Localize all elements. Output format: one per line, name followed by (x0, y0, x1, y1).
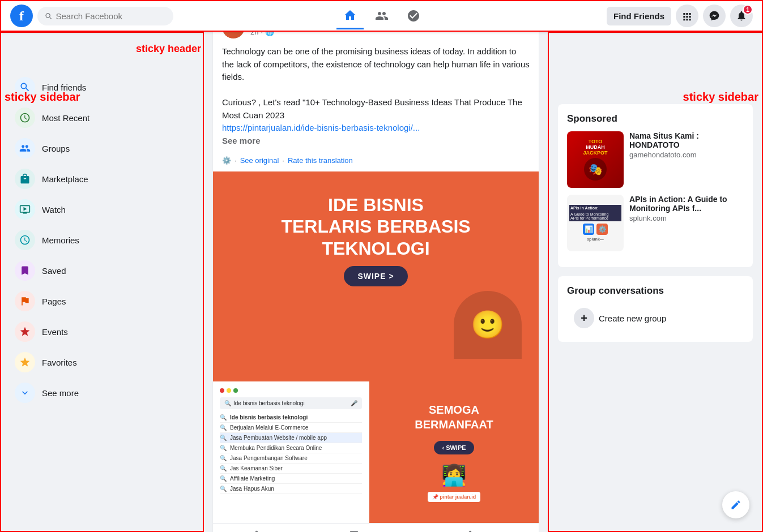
post-image-right-panel: SEMOGABERMANFAAT ‹ SWIPE 👩‍💻 📌 pintar ju… (369, 381, 539, 523)
search-sim-icon: 🔍 (224, 400, 231, 406)
ad-item-splunk[interactable]: APIs in Action: A Guide to MonitoringAPI… (567, 195, 744, 251)
sidebar-item-marketplace[interactable]: Marketplace (6, 164, 198, 194)
main-feed: PJ Pintar Jualan Online 2h · 🌐 ··· ✕ Tec (204, 0, 548, 532)
splunk-icon1: 📊 (583, 224, 594, 235)
ad-text-hondatoto: Nama Situs Kami : HONDATOTO gamehondatot… (629, 131, 744, 188)
translate-separator: · (235, 156, 237, 165)
rate-translation-link[interactable]: Rate this translation (288, 156, 353, 165)
sidebar-item-groups[interactable]: Groups (6, 134, 198, 163)
header-nav (191, 2, 572, 29)
swipe-2: ‹ SWIPE (434, 441, 474, 454)
sidebar-item-marketplace-label: Marketplace (42, 174, 88, 184)
post-footer: Like Comment Share (213, 523, 539, 532)
see-original-link[interactable]: See original (240, 156, 279, 165)
sidebar-item-favorites[interactable]: Favorites (6, 347, 198, 377)
sidebar-item-pages[interactable]: Pages (6, 286, 198, 316)
left-sidebar: Find friends Most Recent Groups Marketpl… (0, 32, 204, 532)
right-panel-emoji: 👩‍💻 (441, 464, 467, 487)
search-input[interactable] (56, 11, 167, 21)
grid-menu-button[interactable] (676, 5, 698, 27)
cartoon-figure: 🙂 (454, 291, 522, 359)
brand-badge: 📌 pintar jualan.id (428, 492, 481, 502)
sidebar-item-favorites-label: Favorites (42, 358, 77, 367)
sidebar-item-see-more[interactable]: See more (6, 378, 198, 407)
favorites-icon (15, 352, 35, 372)
post-image-orange: IDE BISNISTERLARIS BERBASISTEKNOLOGI SWI… (213, 171, 539, 381)
search-item-2: 🔍Jasa Pembuatan Website / mobile app (220, 433, 362, 443)
plus-icon: + (574, 308, 594, 328)
sidebar-item-memories-label: Memories (42, 235, 79, 245)
post-image-figure: 🙂 (230, 291, 522, 359)
sponsored-section: Sponsored TOTO MUDAH JACKPOT 🎭 Nama Situ… (558, 104, 753, 267)
comment-button[interactable]: Comment (324, 526, 428, 532)
splunk-subtitle: A Guide to MonitoringAPIs for Performanc… (569, 211, 621, 221)
sidebar-item-events-label: Events (42, 327, 68, 337)
ad-item-hondatoto[interactable]: TOTO MUDAH JACKPOT 🎭 Nama Situs Kami : H… (567, 131, 744, 188)
ad-name-splunk: APIs in Action: A Guide to Monitoring AP… (629, 195, 744, 213)
post-search-sim: 🔍 Ide bisnis berbasis teknologi 🎤 🔍Ide b… (213, 381, 369, 523)
sponsored-title: Sponsored (567, 113, 744, 125)
sidebar-item-watch-label: Watch (42, 205, 66, 214)
search-items-list: 🔍Ide bisnis berbasis teknologi🔍Berjualan… (220, 413, 362, 494)
post-text-body: Technology can be one of the promising b… (213, 45, 539, 154)
post-image-bottom-row: 🔍 Ide bisnis berbasis teknologi 🎤 🔍Ide b… (213, 381, 539, 523)
splunk-brand: splunk— (587, 237, 604, 241)
pages-icon (15, 291, 35, 311)
events-icon (15, 321, 35, 342)
sidebar-item-most-recent[interactable]: Most Recent (6, 103, 198, 132)
sidebar-item-watch[interactable]: Watch (6, 195, 198, 224)
swipe-button: SWIPE > (230, 266, 522, 286)
ad-name-hondatoto: Nama Situs Kami : HONDATOTO (629, 131, 744, 149)
search-item-7: 🔍Jasa Hapus Akun (220, 484, 362, 494)
window-dots (220, 388, 362, 393)
post-card: PJ Pintar Jualan Online 2h · 🌐 ··· ✕ Tec (213, 9, 539, 532)
dot-yellow (227, 388, 231, 393)
nav-home-button[interactable] (336, 2, 364, 29)
search-bar[interactable] (37, 7, 173, 25)
notification-badge: 1 (743, 5, 753, 15)
search-item-4: 🔍Jasa Pengembangan Software (220, 453, 362, 464)
share-button[interactable]: Share (432, 526, 536, 532)
search-sim-mic: 🎤 (351, 400, 357, 406)
dot-red (220, 388, 224, 393)
ad-image-splunk: APIs in Action: A Guide to MonitoringAPI… (567, 195, 624, 251)
create-group-button[interactable]: + Create new group (567, 303, 744, 333)
marketplace-icon (15, 169, 35, 189)
header-right: Find Friends 1 (572, 5, 753, 27)
groups-icon (15, 138, 35, 158)
memories-icon (15, 230, 35, 250)
sidebar-item-memories[interactable]: Memories (6, 225, 198, 255)
search-sim-text: Ide bisnis berbasis teknologi (233, 400, 305, 406)
find-friends-button[interactable]: Find Friends (607, 7, 671, 25)
sidebar-item-saved-label: Saved (42, 266, 66, 276)
post-link[interactable]: https://pintarjualan.id/ide-bisnis-berba… (222, 123, 420, 132)
like-button[interactable]: Like (215, 526, 319, 532)
group-conversations-section: Group conversations + Create new group (558, 276, 753, 342)
post-image-area: IDE BISNISTERLARIS BERBASISTEKNOLOGI SWI… (213, 171, 539, 523)
create-group-label: Create new group (599, 314, 666, 323)
header: f Find Friends 1 (0, 0, 763, 32)
see-more-link[interactable]: See more (222, 136, 261, 145)
post-image-heading: IDE BISNISTERLARIS BERBASISTEKNOLOGI (230, 194, 522, 259)
nav-friends-button[interactable] (368, 2, 395, 29)
sticky-header-label: sticky header (136, 43, 201, 55)
compose-fab-button[interactable] (722, 491, 749, 518)
messenger-button[interactable] (703, 5, 726, 27)
sidebar-item-pages-label: Pages (42, 297, 66, 306)
sidebar-item-events[interactable]: Events (6, 317, 198, 346)
sidebar-item-most-recent-label: Most Recent (42, 113, 89, 123)
sidebar-item-saved[interactable]: Saved (6, 256, 198, 285)
notifications-button[interactable]: 1 (730, 5, 753, 27)
search-sim-box: 🔍 Ide bisnis berbasis teknologi 🎤 (220, 397, 362, 409)
hondatoto-emoji: 🎭 (589, 162, 603, 176)
search-item-1: 🔍Berjualan Melalui E-Commerce (220, 423, 362, 433)
nav-groups-button[interactable] (400, 2, 427, 29)
ad-image-hondatoto: TOTO MUDAH JACKPOT 🎭 (567, 131, 624, 188)
saved-icon (15, 260, 35, 281)
see-more-icon (15, 383, 35, 403)
post-translate-bar: ⚙️ · See original · Rate this translatio… (213, 154, 539, 171)
left-sidebar-label: sticky sidebar (0, 91, 80, 104)
dot-separator: · (282, 156, 284, 165)
splunk-title-bar: APIs in Action: (569, 205, 621, 211)
dot-green (233, 388, 238, 393)
